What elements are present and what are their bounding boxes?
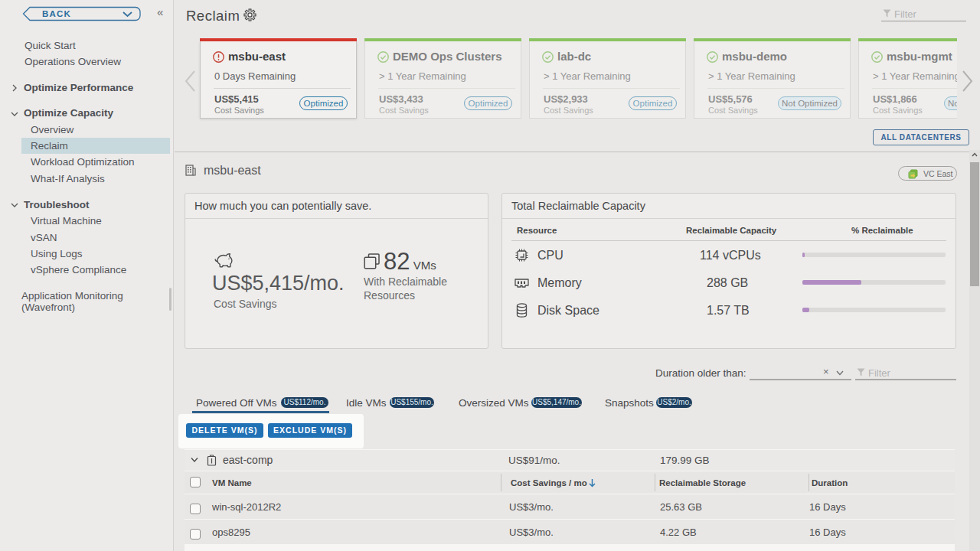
svg-text:BACK: BACK — [42, 9, 71, 18]
